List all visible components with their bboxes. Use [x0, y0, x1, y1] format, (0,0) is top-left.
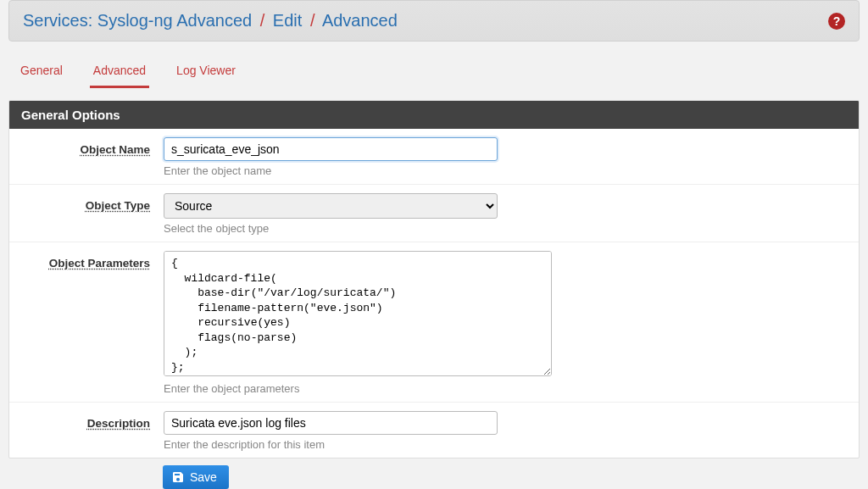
save-button-label: Save [190, 470, 217, 484]
breadcrumb: Services: Syslog-ng Advanced / Edit / Ad… [23, 11, 398, 31]
help-object-parameters: Enter the object parameters [164, 382, 552, 395]
page-header: Services: Syslog-ng Advanced / Edit / Ad… [8, 0, 860, 42]
row-object-type: Object Type Source Select the object typ… [9, 185, 859, 242]
object-type-select[interactable]: Source [164, 193, 498, 219]
save-icon [171, 470, 185, 484]
general-options-card: General Options Object Name Enter the ob… [8, 100, 860, 458]
label-description: Description [87, 417, 150, 430]
label-object-parameters: Object Parameters [49, 257, 150, 270]
label-object-name: Object Name [80, 143, 150, 156]
object-parameters-textarea[interactable]: { wildcard-file( base-dir("/var/log/suri… [164, 251, 552, 376]
tab-general[interactable]: General [17, 57, 66, 88]
breadcrumb-root[interactable]: Services: Syslog-ng Advanced [23, 11, 252, 30]
label-object-type: Object Type [86, 199, 150, 212]
help-icon[interactable]: ? [828, 13, 845, 30]
button-row: Save [8, 458, 860, 489]
help-description: Enter the description for this item [164, 438, 498, 451]
breadcrumb-sep: / [260, 11, 265, 30]
tab-advanced[interactable]: Advanced [90, 57, 149, 88]
row-object-parameters: Object Parameters { wildcard-file( base-… [9, 242, 859, 403]
help-object-name: Enter the object name [164, 164, 498, 177]
help-object-type: Select the object type [164, 222, 498, 235]
row-description: Description Enter the description for th… [9, 403, 859, 458]
save-button[interactable]: Save [163, 465, 229, 489]
breadcrumb-edit[interactable]: Edit [273, 11, 302, 30]
card-heading: General Options [9, 101, 859, 129]
row-object-name: Object Name Enter the object name [9, 129, 859, 185]
breadcrumb-sep: / [310, 11, 315, 30]
object-name-input[interactable] [164, 137, 498, 161]
description-input[interactable] [164, 411, 498, 435]
tab-log-viewer[interactable]: Log Viewer [173, 57, 239, 88]
tabs: General Advanced Log Viewer [8, 57, 860, 88]
breadcrumb-advanced[interactable]: Advanced [322, 11, 398, 30]
